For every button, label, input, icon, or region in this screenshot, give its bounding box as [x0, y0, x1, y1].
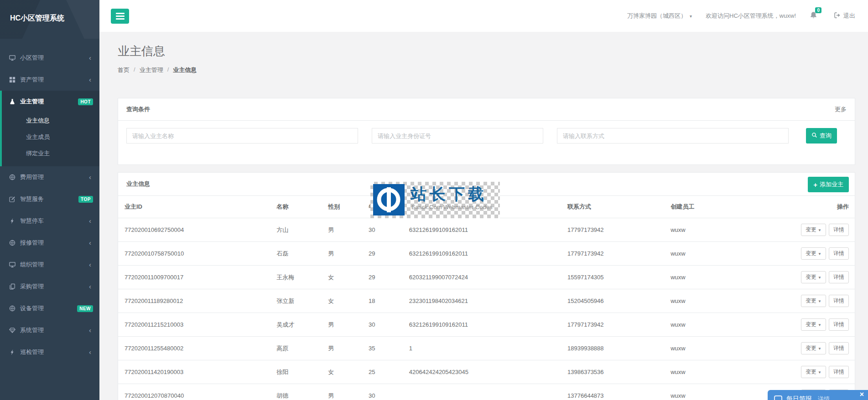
sidebar-item: 巡检管理‹: [0, 341, 99, 363]
breadcrumb-current: 业主信息: [173, 66, 197, 74]
change-button[interactable]: 变更▼: [801, 247, 826, 260]
column-header: 性别: [324, 196, 365, 218]
change-button[interactable]: 变更▼: [801, 342, 826, 354]
watermark: 站长下载 Easck.Com Webmaster Codes: [370, 182, 500, 218]
chevron-left-icon: ‹: [89, 175, 93, 179]
search-button-label: 查询: [820, 132, 832, 140]
add-owner-button[interactable]: + 添加业主: [808, 177, 849, 192]
caret-down-icon: ▼: [818, 323, 821, 327]
table-cell: 30: [365, 218, 405, 242]
sidebar-item-label: 业主管理: [20, 97, 74, 106]
sidebar-item-link[interactable]: 组织管理‹: [0, 254, 99, 276]
table-cell: [405, 384, 564, 400]
table-cell: 772020011009700017: [118, 266, 273, 289]
change-button[interactable]: 变更▼: [801, 295, 826, 307]
table-cell: 石磊: [273, 242, 324, 266]
owner-name-input[interactable]: [126, 128, 358, 144]
watermark-subtext: Easck.Com Webmaster Codes: [411, 204, 493, 210]
breadcrumb-home[interactable]: 首页: [118, 66, 130, 74]
column-header: 联系方式: [564, 196, 667, 218]
sidebar-item-link[interactable]: 资产管理‹: [0, 69, 99, 91]
table-cell: 15597174305: [564, 266, 667, 289]
table-cell: 女: [324, 266, 365, 289]
watermark-text: 站长下载: [411, 184, 487, 205]
sidebar-item-link[interactable]: 小区管理‹: [0, 47, 99, 69]
owner-phone-input[interactable]: [557, 128, 789, 144]
row-actions: 变更▼详情: [766, 289, 855, 313]
change-button[interactable]: 变更▼: [801, 271, 826, 283]
search-button[interactable]: 查询: [806, 128, 837, 144]
sidebar-subitem-link[interactable]: 绑定业主: [2, 145, 99, 162]
more-link[interactable]: 更多: [835, 105, 847, 113]
detail-button[interactable]: 详情: [829, 342, 849, 354]
community-selector[interactable]: 万博家博园（城西区） ▾: [627, 12, 692, 20]
table-cell: 女: [324, 289, 365, 313]
copy-icon: [9, 283, 16, 290]
table-cell: 18: [365, 289, 405, 313]
table-cell: 男: [324, 218, 365, 242]
close-icon[interactable]: ×: [860, 390, 864, 399]
detail-button[interactable]: 详情: [829, 295, 849, 307]
topbar-right: 万博家博园（城西区） ▾ 欢迎访问HC小区管理系统，wuxw! 0 退出: [627, 11, 855, 21]
notification-toast: × 每日简报 详情: [768, 390, 868, 400]
detail-button[interactable]: 详情: [829, 318, 849, 331]
change-button[interactable]: 变更▼: [801, 366, 826, 378]
sidebar-badge: HOT: [78, 98, 93, 105]
sidebar-item-link[interactable]: 智慧停车‹: [0, 210, 99, 232]
table-cell: 17797173942: [564, 242, 667, 266]
table-row: 772020010692750004方山男3063212619910916201…: [118, 218, 855, 242]
table-cell: 772020010758750010: [118, 242, 273, 266]
query-panel-title: 查询条件: [126, 106, 150, 113]
table-row: 772020011009700017王永梅女296203211990070724…: [118, 266, 855, 289]
query-panel-header: 查询条件 更多: [118, 98, 855, 121]
sidebar-item-link[interactable]: 业主管理HOT: [2, 91, 99, 113]
owner-idcard-input[interactable]: [372, 128, 543, 144]
topbar: 万博家博园（城西区） ▾ 欢迎访问HC小区管理系统，wuxw! 0 退出: [99, 0, 868, 32]
sidebar-item-label: 采购管理: [20, 282, 85, 291]
sidebar-item-link[interactable]: 费用管理‹: [0, 166, 99, 188]
detail-button[interactable]: 详情: [829, 224, 849, 236]
sidebar-subitem-link[interactable]: 业主成员: [2, 129, 99, 145]
table-cell: 13986373536: [564, 360, 667, 384]
change-button[interactable]: 变更▼: [801, 318, 826, 331]
query-form: 查询: [118, 121, 855, 164]
sidebar-item-link[interactable]: 系统管理‹: [0, 319, 99, 341]
table-row: 772020011215210003吴成才男306321261991091620…: [118, 313, 855, 337]
flask-icon: [9, 98, 16, 105]
table-cell: 772020011215210003: [118, 313, 273, 337]
sidebar-item-link[interactable]: 智慧服务TOP: [0, 188, 99, 210]
menu-toggle-button[interactable]: [111, 9, 129, 24]
chevron-down-icon: ▾: [690, 14, 692, 19]
sidebar-item-link[interactable]: 报修管理‹: [0, 232, 99, 254]
sidebar-item: 资产管理‹: [0, 69, 99, 91]
sidebar-item-link[interactable]: 巡检管理‹: [0, 341, 99, 363]
toast-detail-link[interactable]: 详情: [818, 395, 830, 400]
add-owner-label: 添加业主: [820, 180, 843, 189]
sidebar-submenu: 业主信息业主成员绑定业主: [2, 113, 99, 166]
detail-button[interactable]: 详情: [829, 366, 849, 378]
table-cell: 632126199109162011: [405, 218, 564, 242]
table-row: 772020011189280012张立新女182323011984020346…: [118, 289, 855, 313]
sidebar-item-link[interactable]: 采购管理‹: [0, 276, 99, 297]
table-row: 772020012070870040胡德男3013776644873wuxw变更…: [118, 384, 855, 400]
table-cell: 29: [365, 266, 405, 289]
table-cell: 25: [365, 360, 405, 384]
sidebar-subitem-link[interactable]: 业主信息: [2, 113, 99, 129]
detail-button[interactable]: 详情: [829, 271, 849, 283]
sidebar-item: 组织管理‹: [0, 254, 99, 276]
owners-table: 业主ID名称性别年龄身份证联系方式创建员工操作 7720200106927500…: [118, 196, 855, 400]
logout-button[interactable]: 退出: [834, 12, 855, 20]
sidebar-item-label: 报修管理: [20, 239, 85, 247]
sidebar-subitem: 业主信息: [2, 113, 99, 129]
notifications-button[interactable]: 0: [810, 11, 817, 21]
sidebar-item-link[interactable]: 设备管理NEW: [0, 297, 99, 319]
logout-icon: [834, 12, 841, 20]
table-cell: 男: [324, 337, 365, 360]
breadcrumb-owner-management[interactable]: 业主管理: [140, 66, 163, 74]
change-button[interactable]: 变更▼: [801, 224, 826, 236]
sidebar-badge: NEW: [77, 305, 93, 312]
detail-button[interactable]: 详情: [829, 247, 849, 260]
sidebar-item: 业主管理HOT业主信息业主成员绑定业主: [0, 91, 99, 166]
row-actions: 变更▼详情: [766, 266, 855, 289]
monitor-icon: [9, 262, 16, 268]
